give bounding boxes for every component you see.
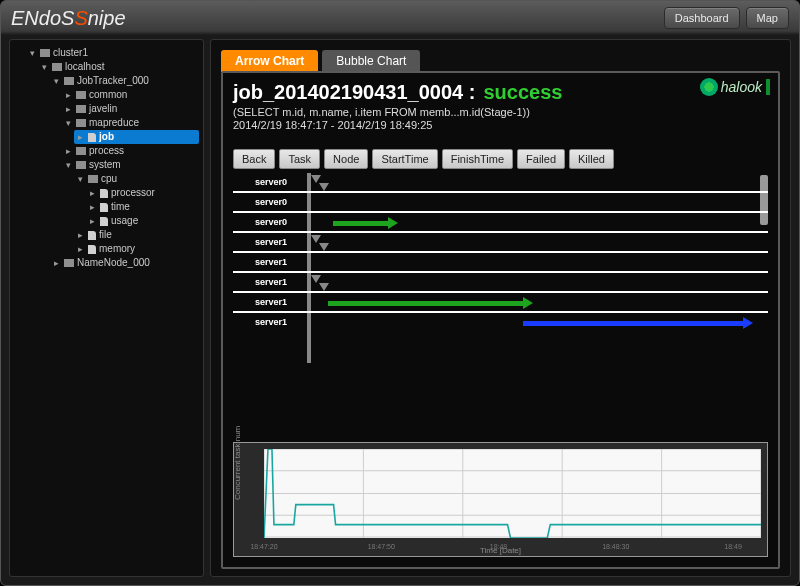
- tree-toggle-icon[interactable]: ▸: [64, 102, 73, 116]
- dashboard-tab-button[interactable]: Dashboard: [664, 7, 740, 29]
- tree-node-file[interactable]: ▸file: [74, 228, 199, 242]
- tree-node-system[interactable]: ▾system: [62, 158, 199, 172]
- folder-icon: [64, 259, 74, 267]
- job-timerange: 2014/2/19 18:47:17 - 2014/2/19 18:49:25: [233, 119, 768, 131]
- file-icon: [100, 217, 108, 226]
- sort-failed-button[interactable]: Failed: [517, 149, 565, 169]
- folder-icon: [76, 119, 86, 127]
- row-server-label: server1: [251, 317, 291, 327]
- app-window: ENdoSSnipenipe Dashboard Map ▾cluster1 ▾…: [0, 0, 800, 586]
- tree-toggle-icon[interactable]: ▾: [64, 116, 73, 130]
- marker-icon: [319, 283, 329, 291]
- row-server-label: server0: [251, 177, 291, 187]
- sort-node-button[interactable]: Node: [324, 149, 368, 169]
- x-tick-label: 18:47:20: [250, 543, 277, 550]
- folder-icon: [76, 161, 86, 169]
- folder-icon: [64, 77, 74, 85]
- file-icon: [88, 133, 96, 142]
- folder-icon: [88, 175, 98, 183]
- task-arrow[interactable]: [328, 301, 533, 306]
- tree-node-cpu[interactable]: ▾cpu: [74, 172, 199, 186]
- logo-text: nipe: [88, 7, 126, 29]
- arrow-chart-row: server1: [233, 293, 768, 313]
- tree-toggle-icon[interactable]: ▸: [52, 256, 61, 270]
- tree-node-process[interactable]: ▸process: [62, 144, 199, 158]
- sort-starttime-button[interactable]: StartTime: [372, 149, 437, 169]
- chart-tabs: Arrow Chart Bubble Chart: [221, 50, 780, 72]
- file-icon: [100, 189, 108, 198]
- sort-killed-button[interactable]: Killed: [569, 149, 614, 169]
- sort-toolbar: Back Task Node StartTime FinishTime Fail…: [233, 149, 768, 169]
- file-icon: [88, 231, 96, 240]
- tree-node-localhost[interactable]: ▾localhost: [38, 60, 199, 74]
- tree-toggle-icon[interactable]: ▸: [76, 242, 85, 256]
- tree-node-time[interactable]: ▸time: [86, 200, 199, 214]
- tree-root: ▾cluster1 ▾localhost ▾JobTracker_000 ▸co…: [14, 46, 199, 270]
- marker-icon: [311, 235, 321, 243]
- arrow-chart-row: server1: [233, 273, 768, 293]
- tree-toggle-icon[interactable]: ▸: [76, 130, 85, 144]
- job-status: success: [483, 81, 562, 104]
- tree-toggle-icon[interactable]: ▾: [76, 172, 85, 186]
- x-tick-label: 18:48: [490, 543, 508, 550]
- tree-node-usage[interactable]: ▸usage: [86, 214, 199, 228]
- tab-bubble-chart[interactable]: Bubble Chart: [322, 50, 420, 72]
- tree-toggle-icon[interactable]: ▾: [40, 60, 49, 74]
- job-title-line: job_201402190431_0004 : success: [233, 81, 768, 104]
- tree-node-memory[interactable]: ▸memory: [74, 242, 199, 256]
- tree-node-mapreduce[interactable]: ▾mapreduce: [62, 116, 199, 130]
- arrow-chart-row: server1: [233, 253, 768, 273]
- tree-node-javelin[interactable]: ▸javelin: [62, 102, 199, 116]
- gear-icon: [701, 79, 717, 95]
- tree-node-processor[interactable]: ▸processor: [86, 186, 199, 200]
- tree-sidebar: ▾cluster1 ▾localhost ▾JobTracker_000 ▸co…: [9, 39, 204, 577]
- tree-node-namenode[interactable]: ▸NameNode_000: [50, 256, 199, 270]
- line-plot-area: [264, 449, 761, 538]
- tree-toggle-icon[interactable]: ▾: [28, 46, 37, 60]
- job-query: (SELECT m.id, m.name, i.item FROM memb..…: [233, 106, 768, 118]
- marker-icon: [319, 243, 329, 251]
- tree-toggle-icon[interactable]: ▸: [64, 88, 73, 102]
- tab-arrow-chart[interactable]: Arrow Chart: [221, 50, 318, 72]
- row-server-label: server1: [251, 277, 291, 287]
- row-server-label: server1: [251, 237, 291, 247]
- arrow-chart-row: server0: [233, 213, 768, 233]
- row-server-label: server1: [251, 297, 291, 307]
- tree-toggle-icon[interactable]: ▸: [76, 228, 85, 242]
- tree-toggle-icon[interactable]: ▸: [88, 200, 97, 214]
- app-logo: ENdoSSnipenipe: [11, 7, 658, 30]
- tree-toggle-icon[interactable]: ▾: [52, 74, 61, 88]
- logo-text: S: [74, 7, 87, 29]
- row-server-label: server1: [251, 257, 291, 267]
- logo-text: doS: [39, 7, 75, 29]
- tree-node-jobtracker[interactable]: ▾JobTracker_000: [50, 74, 199, 88]
- x-tick-label: 18:47:50: [368, 543, 395, 550]
- back-button[interactable]: Back: [233, 149, 275, 169]
- chart-panel: halook job_201402190431_0004 : success (…: [221, 71, 780, 569]
- tree-toggle-icon[interactable]: ▾: [64, 158, 73, 172]
- branding-text: halook: [721, 79, 762, 95]
- job-title: job_201402190431_0004 :: [233, 81, 475, 104]
- row-server-label: server0: [251, 217, 291, 227]
- concurrent-tasks-chart: Concurrent task num Time [Date]: [233, 442, 768, 557]
- tree-toggle-icon[interactable]: ▸: [88, 214, 97, 228]
- arrow-chart-row: server0: [233, 173, 768, 193]
- file-icon: [88, 245, 96, 254]
- folder-icon: [76, 91, 86, 99]
- task-arrow[interactable]: [523, 321, 753, 326]
- x-tick-label: 18:48:30: [602, 543, 629, 550]
- tree-node-job[interactable]: ▸job: [74, 130, 199, 144]
- tree-node-cluster[interactable]: ▾cluster1: [26, 46, 199, 60]
- sort-finishtime-button[interactable]: FinishTime: [442, 149, 513, 169]
- row-server-label: server0: [251, 197, 291, 207]
- arrow-chart-row: server0: [233, 193, 768, 213]
- tree-toggle-icon[interactable]: ▸: [88, 186, 97, 200]
- folder-icon: [52, 63, 62, 71]
- marker-icon: [319, 183, 329, 191]
- sort-task-button[interactable]: Task: [279, 149, 320, 169]
- x-tick-label: 18:49: [724, 543, 742, 550]
- tree-toggle-icon[interactable]: ▸: [64, 144, 73, 158]
- map-tab-button[interactable]: Map: [746, 7, 789, 29]
- tree-node-common[interactable]: ▸common: [62, 88, 199, 102]
- task-arrow[interactable]: [333, 221, 398, 226]
